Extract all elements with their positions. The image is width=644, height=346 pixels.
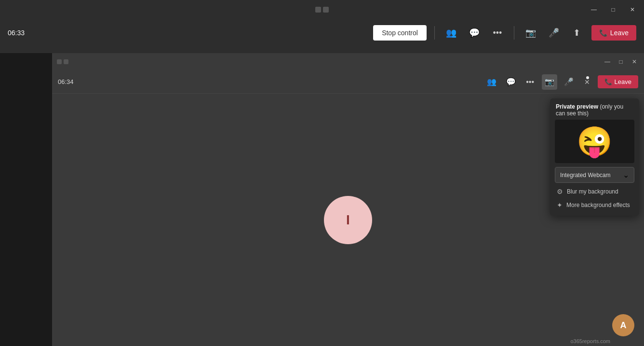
inner-minimize-button[interactable]: —: [603, 57, 612, 67]
leave-phone-icon-inner: 📞: [604, 78, 612, 85]
chat-icon-outer: 💬: [469, 28, 480, 38]
leave-label-outer: Leave: [610, 29, 629, 37]
participant-avatar: I: [324, 196, 372, 244]
more-button-outer[interactable]: •••: [489, 24, 506, 42]
webcam-popup: Private preview (only you can see this) …: [550, 98, 639, 216]
inner-title-dots: [57, 59, 68, 64]
blur-icon: ⚙: [557, 188, 563, 195]
more-button-inner[interactable]: •••: [523, 74, 538, 90]
effects-label: More background effects: [566, 202, 630, 208]
outer-titlebar: — □ ✕: [0, 0, 644, 19]
title-dot-1: [315, 7, 321, 13]
inner-close-button[interactable]: ✕: [630, 57, 639, 67]
inner-maximize-button[interactable]: □: [616, 57, 626, 67]
leave-button-outer[interactable]: 📞 Leave: [591, 25, 636, 41]
inner-dot-2: [64, 59, 68, 64]
more-icon-outer: •••: [493, 28, 502, 38]
close-button[interactable]: ✕: [627, 4, 638, 15]
left-panel: [0, 53, 52, 346]
toolbar-divider-1: [434, 26, 435, 40]
webcam-source-dropdown[interactable]: Integrated Webcam ⌄: [555, 167, 634, 183]
maximize-button[interactable]: □: [607, 4, 619, 15]
video-off-icon-outer: 📷: [525, 28, 536, 38]
more-icon-inner: •••: [526, 78, 534, 86]
bottom-right-avatar: A: [612, 314, 634, 336]
private-preview-label: Private preview: [556, 103, 598, 110]
inner-window-controls: — □ ✕: [603, 57, 639, 67]
mic-icon-outer: 🎤: [549, 28, 559, 38]
avatar-initial: I: [346, 212, 350, 228]
mic-icon-inner: 🎤: [564, 77, 574, 86]
blur-background-option[interactable]: ⚙ Blur my background: [550, 185, 639, 198]
inner-titlebar: — □ ✕: [52, 53, 644, 70]
leave-phone-icon-outer: 📞: [599, 29, 607, 37]
outer-window: — □ ✕ 06:33 Stop control 👥 💬 ••• 📷 🎤 ⬆ 📞: [0, 0, 644, 346]
stop-control-button[interactable]: Stop control: [373, 25, 427, 41]
webcam-popup-header: Private preview (only you can see this): [550, 98, 639, 120]
people-button-outer[interactable]: 👥: [443, 24, 460, 42]
people-icon-inner: 👥: [487, 77, 496, 86]
people-icon-outer: 👥: [446, 28, 456, 38]
call-timer-outer: 06:33: [8, 29, 25, 37]
leave-button-inner[interactable]: 📞 Leave: [598, 75, 638, 88]
outer-window-controls: — □ ✕: [588, 4, 638, 15]
mic-button-inner[interactable]: 🎤: [561, 74, 577, 90]
title-dot-2: [323, 7, 329, 13]
share-icon-outer: ⬆: [573, 28, 580, 38]
webcam-name-label: Integrated Webcam: [560, 172, 611, 179]
leave-label-inner: Leave: [615, 78, 631, 85]
toolbar-divider-2: [514, 26, 514, 40]
bottom-avatar-initial: A: [620, 320, 627, 331]
inner-window: — □ ✕ 06:34 👥 💬 ••• 📷 🎤: [52, 53, 644, 346]
dismiss-button-inner[interactable]: ✕: [580, 75, 594, 89]
dropdown-chevron-icon: ⌄: [623, 170, 629, 180]
minimize-button[interactable]: —: [588, 4, 600, 15]
webcam-preview-area: 😜: [555, 120, 634, 163]
video-button-inner[interactable]: 📷: [542, 74, 557, 90]
more-effects-option[interactable]: ✦ More background effects: [550, 198, 639, 212]
people-button-inner[interactable]: 👥: [484, 74, 499, 90]
inner-toolbar: 06:34 👥 💬 ••• 📷 🎤 ✕ 📞 Leave: [52, 70, 644, 94]
outer-toolbar: 06:33 Stop control 👥 💬 ••• 📷 🎤 ⬆ 📞 Leave: [0, 19, 644, 46]
chat-icon-inner: 💬: [506, 77, 516, 86]
preview-emoji: 😜: [577, 125, 613, 159]
outer-title-dots: [315, 7, 329, 13]
chat-button-inner[interactable]: 💬: [503, 74, 519, 90]
inner-content: I Private preview (only you can see this…: [52, 94, 644, 346]
mic-button-outer[interactable]: 🎤: [545, 24, 563, 42]
blur-label: Blur my background: [567, 188, 618, 195]
watermark: o365reports.com: [570, 338, 610, 344]
effects-icon: ✦: [557, 201, 563, 209]
share-button-outer[interactable]: ⬆: [568, 24, 586, 42]
call-timer-inner: 06:34: [58, 78, 74, 85]
video-button-outer[interactable]: 📷: [522, 24, 539, 42]
video-icon-inner: 📷: [545, 77, 554, 86]
inner-dot-1: [57, 59, 62, 64]
chat-button-outer[interactable]: 💬: [466, 24, 483, 42]
